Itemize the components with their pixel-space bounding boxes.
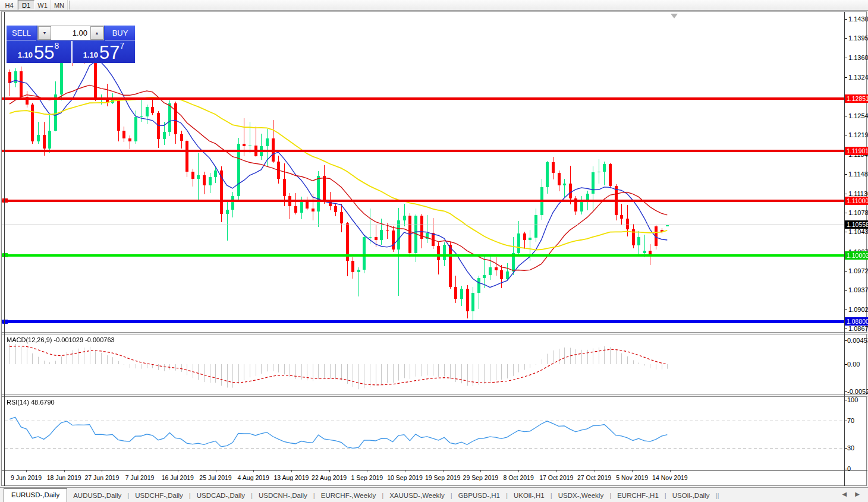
date-axis-label: 9 Jun 2019 [11,474,42,481]
symbol-tab-usdcad[interactable]: USDCAD-,Daily [191,490,251,502]
price-axis-tick: 1.09720 [848,267,868,274]
price-level-label: 1.12851 [845,94,868,103]
timeframe-button-h4[interactable]: H4 [1,0,18,10]
timeframe-button-d1[interactable]: D1 [18,0,34,10]
date-axis-tick [670,471,671,472]
date-axis-label: 25 Jul 2019 [199,474,231,481]
sell-button[interactable]: SELL [7,26,36,40]
price-axis-tick: 1.11480 [848,171,868,178]
volume-decrease-button[interactable]: ▼ [38,26,51,40]
trade-panel-row: SELL ▼ 1.00 ▲ BUY [7,26,135,40]
price-level-label: 1.08800 [845,317,868,326]
buy-price-base: 1.10 [83,50,98,59]
timeframe-button-w1[interactable]: W1 [34,0,51,10]
symbol-tab-xauusd[interactable]: XAUUSD-,Weekly [383,490,450,502]
date-axis-label: 19 Sep 2019 [425,474,461,481]
date-axis-tick [329,471,330,472]
symbol-tab-usoil[interactable]: USOil-,Daily [666,490,716,502]
chart-window: ▲EURUSD-,Daily 1.10528 1.10558 1.10526 1… [1,11,867,486]
date-axis-label: 27 Jun 2019 [84,474,119,481]
date-axis-tick [178,471,178,472]
symbol-tab-usdcnh[interactable]: USDCNH-,Daily [253,490,313,502]
horizontal-level-line[interactable] [2,97,844,100]
rsi-axis-tick: 70 [847,417,868,424]
date-axis-label: 5 Nov 2019 [616,474,648,481]
current-price-label: 1.10558 [845,220,868,229]
tab-scroll-right-icon[interactable]: ▶ [855,491,860,497]
date-axis-tick [595,471,595,472]
price-axis-tick: 1.13240 [848,74,868,81]
price-axis-tick: 1.12190 [848,131,868,138]
date-axis-tick [367,471,367,472]
price-axis-tick: 1.13600 [848,54,868,61]
date-axis-tick [64,471,65,472]
price-level-label: 1.10003 [845,251,868,260]
macd-axis-tick: 0.00 [847,361,868,368]
price-axis-tick: 1.09020 [848,306,868,313]
date-axis-label: 22 Aug 2019 [312,474,347,481]
symbol-tab-gbpusd[interactable]: GBPUSD-,H1 [452,490,506,502]
date-axis-tick [480,471,481,472]
symbol-tab-ukoil[interactable]: UKOil-,H1 [508,490,551,502]
buy-button[interactable]: BUY [105,26,135,40]
symbol-tab-usdchf[interactable]: USDCHF-,Daily [129,490,189,502]
date-axis-tick [632,471,633,472]
symbol-tab-eurchf[interactable]: EURCHF-,H1 [611,490,665,502]
sell-price-display[interactable]: 1.10 55 8 [7,41,70,63]
level-line-marker[interactable] [2,198,8,203]
price-axis-tick: 1.10430 [848,228,868,235]
volume-increase-button[interactable]: ▲ [90,26,103,40]
tab-scroll-left-icon[interactable]: ◀ [842,491,847,497]
chevron-down-icon: ▼ [43,31,47,35]
date-axis-label: 7 Jul 2019 [125,474,154,481]
rsi-label: RSI(14) 48.6790 [7,399,55,406]
sell-price-point: 8 [55,41,59,50]
horizontal-level-line[interactable] [2,150,844,152]
date-axis-label: 8 Oct 2019 [503,474,533,481]
date-axis-label: 16 Jul 2019 [162,474,194,481]
level-line-marker[interactable] [2,320,8,324]
window-splitter[interactable] [2,394,867,397]
sell-price-pips: 55 [34,44,54,62]
chart-shift-marker-icon[interactable] [671,14,678,18]
timeframe-button-mn[interactable]: MN [51,0,68,10]
symbol-tab-eurchf[interactable]: EURCHF-,Weekly [315,490,382,502]
rsi-indicator-canvas[interactable] [5,397,844,470]
volume-spinner: ▼ 1.00 ▲ [37,26,104,40]
macd-indicator-canvas[interactable] [5,334,844,394]
macd-label: MACD(12,26,9) -0.001029 -0.000763 [7,336,115,343]
symbol-tab-audusd[interactable]: AUDUSD-,Daily [67,490,127,502]
horizontal-level-line[interactable] [2,320,844,323]
date-axis-divider [2,470,867,471]
window-splitter[interactable] [2,332,867,334]
date-axis-label: 18 Jun 2019 [47,474,81,481]
date-axis-tick [556,471,557,472]
price-axis-tick: 1.08670 [848,325,868,332]
symbol-tab-eurusd[interactable]: EURUSD-,Daily [4,488,67,502]
volume-input[interactable]: 1.00 [51,26,90,40]
date-axis-label: 29 Sep 2019 [463,474,499,481]
one-click-trading-panel: SELL ▼ 1.00 ▲ BUY 1.10 55 8 1.10 57 7 [7,26,135,63]
chevron-up-icon: ▲ [95,31,99,35]
price-axis-tick: 1.10780 [848,209,868,216]
date-axis-tick [443,471,444,472]
date-axis-label: 27 Oct 2019 [577,474,611,481]
macd-axis-tick: 0.004536 [847,337,868,344]
date-axis-tick [291,471,292,472]
buy-price-point: 7 [120,41,125,50]
sell-price-base: 1.10 [18,50,33,59]
date-axis-label: 14 Nov 2019 [652,474,688,481]
price-axis-border [844,12,845,486]
rsi-axis-tick: 100 [847,396,868,403]
symbol-tab-usdx[interactable]: USDX-,Weekly [552,490,609,502]
date-axis-tick [216,471,216,472]
date-axis-tick [253,471,254,472]
horizontal-level-line[interactable] [2,200,844,202]
date-axis-tick [102,471,102,472]
buy-price-display[interactable]: 1.10 57 7 [71,41,135,63]
rsi-axis-tick: 30 [847,444,868,452]
level-line-marker[interactable] [2,253,8,257]
date-axis-label: 13 Aug 2019 [273,474,309,481]
price-axis-tick: 1.09370 [848,286,868,293]
horizontal-level-line[interactable] [2,254,844,257]
